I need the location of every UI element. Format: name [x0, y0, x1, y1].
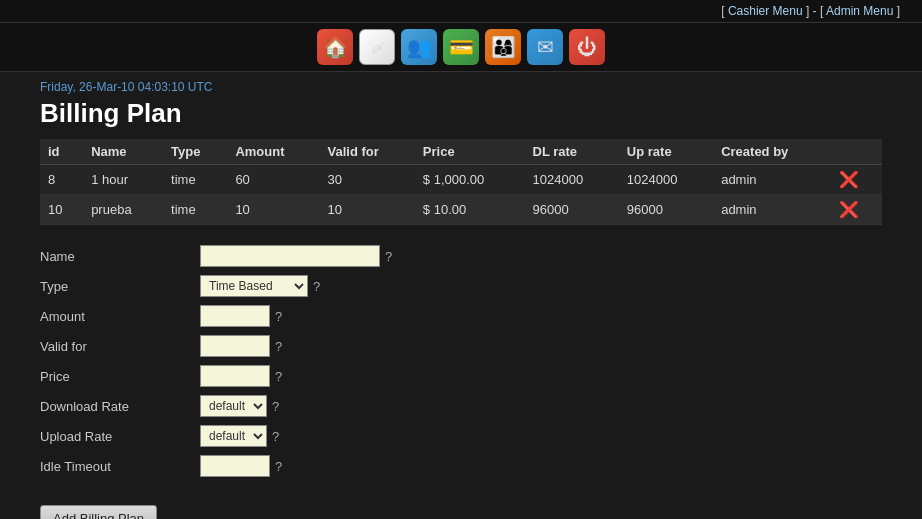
cashier-menu-link[interactable]: Cashier Menu — [728, 4, 803, 18]
form-row-amount: Amount ? — [40, 305, 882, 327]
idle-timeout-hint: ? — [275, 459, 282, 474]
amount-label: Amount — [40, 309, 200, 324]
upload-rate-hint: ? — [272, 429, 279, 444]
form-row-valid-for: Valid for ? — [40, 335, 882, 357]
valid-for-input-wrapper — [200, 335, 270, 357]
icon-bar: 🏠 🌶 👥 💳 👨‍👩‍👦 ✉ ⏻ — [0, 23, 922, 72]
type-select-wrapper: Time Based Volume Based — [200, 275, 308, 297]
house-icon[interactable]: 🏠 — [317, 29, 353, 65]
col-header-price: Price — [415, 139, 525, 165]
valid-for-hint: ? — [275, 339, 282, 354]
name-hint: ? — [385, 249, 392, 264]
money-icon[interactable]: 💳 — [443, 29, 479, 65]
price-input-wrapper — [200, 365, 270, 387]
table-cell: 10 — [40, 195, 83, 225]
col-header-name: Name — [83, 139, 163, 165]
idle-timeout-input[interactable] — [200, 455, 270, 477]
add-billing-form: Name ? Type Time Based Volume Based ? Am… — [40, 245, 882, 477]
col-header-id: id — [40, 139, 83, 165]
table-cell: time — [163, 165, 227, 195]
upload-rate-select-wrapper: default 64k 128k 256k 512k 1M — [200, 425, 267, 447]
table-cell: 1024000 — [525, 165, 619, 195]
top-links: [ Cashier Menu ] - [ Admin Menu ] — [721, 4, 900, 18]
mail-icon[interactable]: ✉ — [527, 29, 563, 65]
table-cell: prueba — [83, 195, 163, 225]
form-row-name: Name ? — [40, 245, 882, 267]
col-header-dl-rate: DL rate — [525, 139, 619, 165]
table-cell: 60 — [227, 165, 319, 195]
delete-row-button[interactable]: ❌ — [839, 170, 859, 189]
chilli-icon[interactable]: 🌶 — [359, 29, 395, 65]
table-row: 81 hourtime6030$ 1,000.0010240001024000a… — [40, 165, 882, 195]
table-cell: 1 hour — [83, 165, 163, 195]
billing-plan-table: id Name Type Amount Valid for Price DL r… — [40, 139, 882, 225]
table-cell: admin — [713, 165, 831, 195]
col-header-created-by: Created by — [713, 139, 831, 165]
amount-hint: ? — [275, 309, 282, 324]
idle-timeout-input-wrapper — [200, 455, 270, 477]
valid-for-input[interactable] — [200, 335, 270, 357]
form-row-download-rate: Download Rate default 64k 128k 256k 512k… — [40, 395, 882, 417]
price-label: Price — [40, 369, 200, 384]
upload-rate-label: Upload Rate — [40, 429, 200, 444]
type-hint: ? — [313, 279, 320, 294]
price-input[interactable] — [200, 365, 270, 387]
page-title: Billing Plan — [0, 96, 922, 139]
idle-timeout-label: Idle Timeout — [40, 459, 200, 474]
admin-menu-link[interactable]: Admin Menu — [826, 4, 893, 18]
price-hint: ? — [275, 369, 282, 384]
name-label: Name — [40, 249, 200, 264]
col-header-type: Type — [163, 139, 227, 165]
table-cell: 1024000 — [619, 165, 713, 195]
table-cell: 10 — [320, 195, 415, 225]
table-cell: 96000 — [525, 195, 619, 225]
table-cell: 10 — [227, 195, 319, 225]
delete-row-button[interactable]: ❌ — [839, 200, 859, 219]
amount-input[interactable] — [200, 305, 270, 327]
power-icon[interactable]: ⏻ — [569, 29, 605, 65]
table-cell: admin — [713, 195, 831, 225]
form-row-type: Type Time Based Volume Based ? — [40, 275, 882, 297]
name-input-wrapper — [200, 245, 380, 267]
download-rate-label: Download Rate — [40, 399, 200, 414]
col-header-valid-for: Valid for — [320, 139, 415, 165]
name-input[interactable] — [200, 245, 380, 267]
type-select[interactable]: Time Based Volume Based — [200, 275, 308, 297]
table-cell: time — [163, 195, 227, 225]
col-header-up-rate: Up rate — [619, 139, 713, 165]
download-rate-hint: ? — [272, 399, 279, 414]
people-icon[interactable]: 👥 — [401, 29, 437, 65]
valid-for-label: Valid for — [40, 339, 200, 354]
table-cell: 96000 — [619, 195, 713, 225]
main-content: id Name Type Amount Valid for Price DL r… — [0, 139, 922, 519]
download-rate-select-wrapper: default 64k 128k 256k 512k 1M — [200, 395, 267, 417]
col-header-actions — [831, 139, 882, 165]
form-row-price: Price ? — [40, 365, 882, 387]
amount-input-wrapper — [200, 305, 270, 327]
form-row-upload-rate: Upload Rate default 64k 128k 256k 512k 1… — [40, 425, 882, 447]
upload-rate-select[interactable]: default 64k 128k 256k 512k 1M — [200, 425, 267, 447]
table-cell: 8 — [40, 165, 83, 195]
form-row-idle-timeout: Idle Timeout ? — [40, 455, 882, 477]
table-cell: $ 1,000.00 — [415, 165, 525, 195]
add-billing-plan-button[interactable]: Add Billing Plan — [40, 505, 157, 519]
date-display: Friday, 26-Mar-10 04:03:10 UTC — [0, 72, 922, 96]
users2-icon[interactable]: 👨‍👩‍👦 — [485, 29, 521, 65]
top-bar: [ Cashier Menu ] - [ Admin Menu ] — [0, 0, 922, 23]
table-cell: 30 — [320, 165, 415, 195]
type-label: Type — [40, 279, 200, 294]
download-rate-select[interactable]: default 64k 128k 256k 512k 1M — [200, 395, 267, 417]
table-cell: $ 10.00 — [415, 195, 525, 225]
table-row: 10pruebatime1010$ 10.009600096000admin❌ — [40, 195, 882, 225]
col-header-amount: Amount — [227, 139, 319, 165]
